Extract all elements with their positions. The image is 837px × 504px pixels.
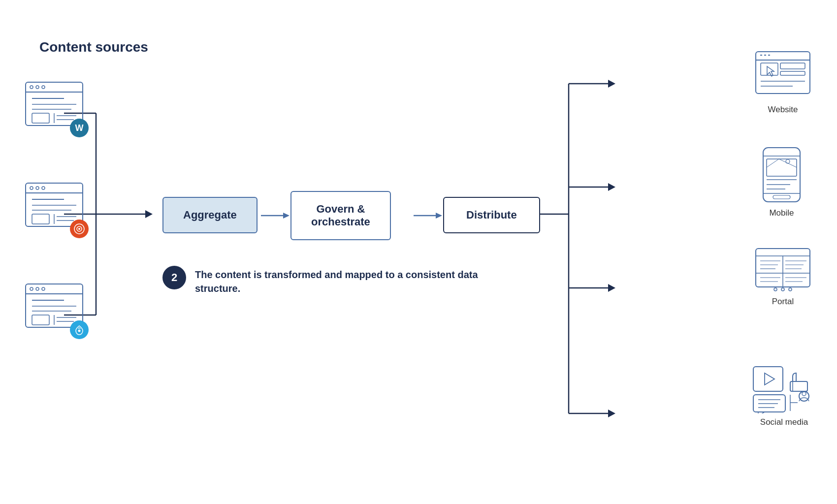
social-icon: [751, 364, 817, 413]
portal-label: Portal: [772, 297, 794, 307]
svg-rect-62: [761, 63, 778, 75]
svg-point-31: [36, 187, 39, 189]
svg-point-97: [781, 288, 784, 291]
joomla-badge: [70, 220, 89, 238]
dist-target-mobile: Mobile: [761, 145, 803, 218]
drupal-badge: [70, 320, 89, 339]
website-label: Website: [768, 105, 798, 115]
svg-marker-68: [767, 66, 774, 76]
dist-target-portal: Portal: [753, 246, 812, 307]
svg-point-108: [799, 391, 809, 401]
svg-point-20: [42, 86, 45, 89]
svg-marker-100: [765, 373, 774, 385]
svg-point-77: [786, 159, 790, 163]
source-item-joomla: [25, 182, 84, 233]
callout-text: The content is transformed and mapped to…: [195, 266, 490, 295]
portal-icon: [753, 246, 812, 293]
source-item-wordpress: W: [25, 81, 84, 132]
svg-rect-67: [780, 71, 805, 75]
aggregate-label: Aggregate: [183, 209, 237, 221]
govern-label: Govern &orchestrate: [311, 203, 370, 228]
svg-point-32: [42, 187, 45, 189]
aggregate-box: Aggregate: [162, 197, 258, 233]
svg-point-42: [78, 228, 80, 230]
wordpress-badge: W: [70, 119, 89, 137]
svg-point-55: [78, 330, 81, 332]
svg-point-109: [802, 392, 806, 396]
govern-box: Govern &orchestrate: [290, 191, 391, 240]
callout-number: 2: [162, 266, 186, 289]
svg-rect-60: [756, 52, 810, 94]
mobile-icon: [761, 145, 803, 204]
source-item-drupal: [25, 283, 84, 334]
svg-marker-5: [145, 210, 153, 218]
website-icon: [753, 49, 812, 101]
dist-target-social: Social media: [751, 364, 817, 427]
svg-point-46: [36, 287, 39, 290]
connectors-svg: [0, 0, 837, 504]
svg-marker-9: [608, 80, 615, 88]
svg-point-19: [36, 86, 39, 89]
govern-to-dist-arrow: [414, 211, 443, 220]
social-label: Social media: [760, 417, 808, 427]
svg-point-98: [789, 288, 792, 291]
svg-point-18: [30, 86, 33, 89]
distribute-box: Distribute: [443, 197, 540, 233]
svg-rect-51: [32, 315, 49, 325]
svg-marker-13: [608, 284, 615, 292]
page: Content sources W: [0, 0, 837, 504]
svg-rect-66: [780, 63, 805, 69]
svg-point-45: [30, 287, 33, 290]
svg-rect-36: [32, 214, 49, 224]
svg-point-30: [30, 187, 33, 189]
svg-rect-81: [773, 195, 790, 199]
svg-marker-59: [436, 213, 442, 219]
svg-marker-15: [608, 410, 615, 417]
svg-marker-57: [283, 213, 290, 219]
svg-point-47: [42, 287, 45, 290]
svg-line-75: [767, 159, 779, 167]
mobile-label: Mobile: [769, 208, 794, 218]
content-sources-title: Content sources: [39, 39, 148, 55]
agg-to-govern-arrow: [261, 211, 290, 220]
svg-point-96: [774, 288, 777, 291]
dist-target-website: Website: [753, 49, 812, 115]
svg-marker-11: [608, 183, 615, 191]
callout: 2 The content is transformed and mapped …: [162, 266, 490, 295]
distribute-label: Distribute: [466, 209, 517, 221]
svg-rect-74: [767, 159, 797, 176]
svg-rect-99: [753, 367, 783, 391]
svg-marker-104: [758, 412, 765, 413]
svg-rect-24: [32, 113, 49, 123]
